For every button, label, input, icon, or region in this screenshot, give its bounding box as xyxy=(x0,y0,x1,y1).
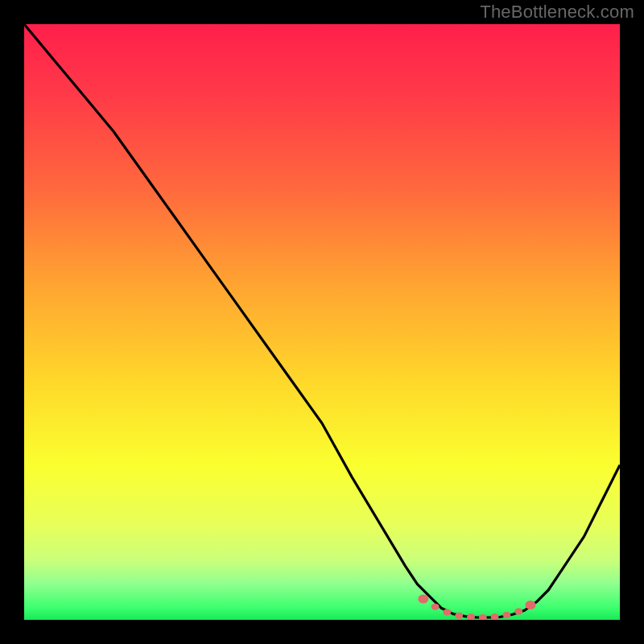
sweet-spot-marker xyxy=(491,613,499,620)
sweet-spot-marker xyxy=(514,609,522,615)
sweet-spot-marker xyxy=(443,609,451,615)
sweet-spot-marker xyxy=(502,612,510,618)
bottleneck-curve xyxy=(24,24,620,617)
sweet-spot-marker xyxy=(431,604,440,610)
chart-frame: TheBottleneck.com xyxy=(0,0,644,644)
sweet-spot-marker xyxy=(467,613,475,620)
marker-group xyxy=(418,595,535,620)
sweet-spot-marker xyxy=(418,595,428,604)
watermark-text: TheBottleneck.com xyxy=(480,2,634,23)
curve-svg xyxy=(24,24,620,620)
sweet-spot-marker xyxy=(455,613,463,619)
sweet-spot-marker xyxy=(526,601,536,609)
sweet-spot-marker xyxy=(479,614,487,620)
plot-area xyxy=(24,24,620,620)
